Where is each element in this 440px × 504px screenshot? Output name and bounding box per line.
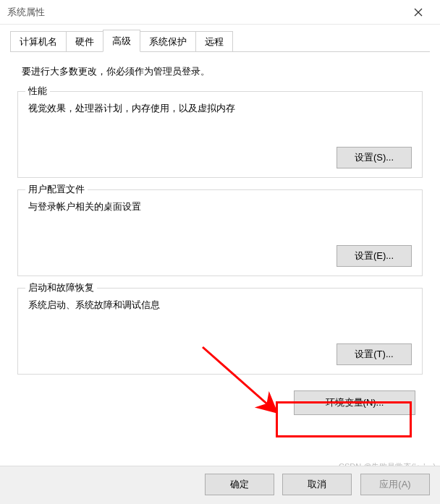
performance-legend: 性能	[25, 85, 50, 98]
close-icon	[414, 8, 423, 17]
intro-text: 要进行大多数更改，你必须作为管理员登录。	[22, 65, 423, 78]
close-button[interactable]	[404, 0, 433, 25]
tab-baseline	[10, 51, 430, 52]
startup-recovery-group: 启动和故障恢复 系统启动、系统故障和调试信息 设置(T)...	[17, 288, 423, 375]
apply-button[interactable]: 应用(A)	[360, 474, 430, 495]
user-profiles-desc: 与登录帐户相关的桌面设置	[28, 200, 412, 213]
dialog-footer: 确定 取消 应用(A)	[0, 466, 440, 504]
user-profiles-legend: 用户配置文件	[25, 183, 88, 196]
tab-system-protection[interactable]: 系统保护	[140, 31, 196, 52]
environment-variables-button[interactable]: 环境变量(N)...	[294, 390, 415, 415]
performance-desc: 视觉效果，处理器计划，内存使用，以及虚拟内存	[28, 102, 412, 115]
startup-recovery-legend: 启动和故障恢复	[25, 281, 97, 294]
user-profiles-group: 用户配置文件 与登录帐户相关的桌面设置 设置(E)...	[17, 189, 423, 276]
dialog-content: 计算机名 硬件 高级 系统保护 远程 要进行大多数更改，你必须作为管理员登录。 …	[0, 25, 440, 424]
user-profiles-settings-button[interactable]: 设置(E)...	[337, 245, 412, 267]
tab-computer-name[interactable]: 计算机名	[10, 31, 67, 52]
performance-group: 性能 视觉效果，处理器计划，内存使用，以及虚拟内存 设置(S)...	[17, 91, 423, 178]
tab-remote[interactable]: 远程	[195, 31, 233, 52]
tab-advanced[interactable]: 高级	[103, 30, 140, 52]
title-bar: 系统属性	[0, 0, 440, 25]
advanced-panel: 要进行大多数更改，你必须作为管理员登录。 性能 视觉效果，处理器计划，内存使用，…	[10, 52, 430, 424]
startup-recovery-settings-button[interactable]: 设置(T)...	[337, 343, 412, 365]
startup-recovery-desc: 系统启动、系统故障和调试信息	[28, 299, 412, 312]
ok-button[interactable]: 确定	[205, 474, 274, 495]
tab-strip: 计算机名 硬件 高级 系统保护 远程	[10, 32, 430, 52]
performance-settings-button[interactable]: 设置(S)...	[337, 147, 412, 168]
window-title: 系统属性	[7, 6, 404, 19]
env-vars-row: 环境变量(N)...	[17, 386, 423, 417]
cancel-button[interactable]: 取消	[282, 474, 352, 495]
tab-hardware[interactable]: 硬件	[66, 31, 103, 52]
